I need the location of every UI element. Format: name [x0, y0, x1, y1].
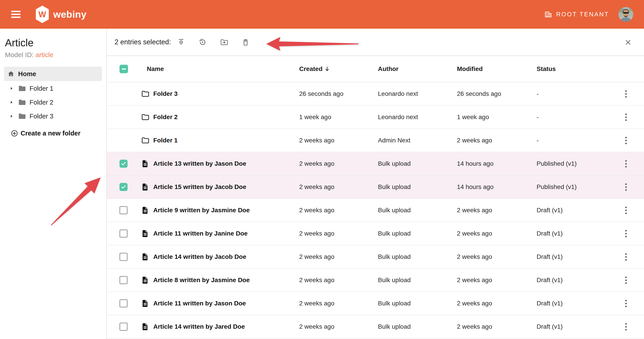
article-file-icon — [141, 206, 150, 214]
chevron-right-icon[interactable] — [9, 86, 14, 91]
entry-name: Article 9 written by Jasmine Doe — [153, 207, 250, 214]
status-cell: Draft (v1) — [536, 253, 608, 260]
row-checkbox[interactable] — [120, 276, 128, 284]
entry-name: Article 8 written by Jasmine Doe — [153, 276, 250, 284]
row-menu-button[interactable] — [624, 158, 628, 169]
table-row[interactable]: Article 8 written by Jasmine Doe 2 weeks… — [107, 269, 644, 292]
user-avatar[interactable] — [618, 7, 633, 22]
page-title: Article — [5, 37, 106, 49]
entry-name: Article 11 written by Janine Doe — [153, 230, 248, 237]
row-menu-button[interactable] — [624, 298, 628, 309]
status-cell: Draft (v1) — [536, 276, 608, 284]
table-row[interactable]: Article 11 written by Jason Doe 2 weeks … — [107, 292, 644, 315]
entry-name: Article 13 written by Jason Doe — [153, 160, 246, 167]
author-cell: Leonardo next — [378, 114, 457, 121]
table-row[interactable]: Article 11 written by Janine Doe 2 weeks… — [107, 222, 644, 245]
plus-circle-icon — [11, 130, 18, 137]
author-cell: Bulk upload — [378, 230, 457, 237]
chevron-right-icon[interactable] — [9, 100, 14, 105]
column-header-status[interactable]: Status — [536, 65, 608, 73]
publish-button[interactable] — [175, 36, 188, 48]
created-cell: 2 weeks ago — [299, 207, 378, 214]
model-id-label: Model ID: — [5, 51, 34, 59]
created-cell: 26 seconds ago — [299, 90, 378, 97]
table-row[interactable]: Folder 1 2 weeks ago Admin Next 2 weeks … — [107, 129, 644, 152]
tree-item-folder-2[interactable]: Folder 2 — [0, 95, 106, 109]
publish-icon — [177, 38, 185, 46]
table-row[interactable]: Folder 3 26 seconds ago Leonardo next 26… — [107, 82, 644, 106]
row-checkbox[interactable] — [120, 299, 128, 307]
row-menu-button[interactable] — [624, 135, 628, 146]
row-menu-button[interactable] — [624, 89, 628, 99]
create-folder-button[interactable]: Create a new folder — [0, 126, 106, 140]
table-row[interactable]: Folder 2 1 week ago Leonardo next 1 week… — [107, 106, 644, 129]
delete-button[interactable] — [240, 36, 252, 48]
table-row[interactable]: Article 9 written by Jasmine Doe 2 weeks… — [107, 199, 644, 222]
row-checkbox[interactable] — [120, 183, 128, 191]
row-menu-button[interactable] — [624, 228, 628, 239]
article-file-icon — [141, 253, 150, 261]
row-checkbox[interactable] — [120, 253, 128, 261]
close-selection-button[interactable] — [624, 38, 633, 47]
folder-row-icon — [141, 136, 150, 145]
tenant-selector[interactable]: ROOT TENANT — [544, 10, 609, 19]
status-cell: Draft (v1) — [536, 323, 608, 330]
unpublish-button[interactable] — [196, 36, 209, 48]
row-menu-button[interactable] — [624, 275, 628, 286]
tree-item-folder-3[interactable]: Folder 3 — [0, 109, 106, 123]
home-label: Home — [18, 70, 36, 78]
entry-name: Article 14 written by Jared Doe — [153, 323, 245, 330]
row-menu-button[interactable] — [624, 112, 628, 123]
sidebar-item-home[interactable]: Home — [4, 67, 102, 81]
column-header-created[interactable]: Created — [299, 65, 378, 73]
status-cell: Published (v1) — [536, 183, 608, 191]
row-checkbox[interactable] — [120, 229, 128, 238]
row-checkbox[interactable] — [120, 160, 128, 168]
created-cell: 2 weeks ago — [299, 230, 378, 237]
modified-cell: 2 weeks ago — [457, 230, 536, 237]
created-cell: 2 weeks ago — [299, 183, 378, 191]
modified-cell: 2 weeks ago — [457, 300, 536, 307]
author-cell: Bulk upload — [378, 207, 457, 214]
modified-cell: 26 seconds ago — [457, 90, 536, 97]
created-cell: 1 week ago — [299, 114, 378, 121]
row-menu-button[interactable] — [624, 205, 628, 216]
author-cell: Leonardo next — [378, 90, 457, 97]
indeterminate-minus-icon — [122, 69, 126, 70]
folder-label: Folder 3 — [30, 113, 53, 120]
hamburger-menu-icon[interactable] — [11, 11, 20, 18]
create-folder-label: Create a new folder — [20, 130, 80, 137]
column-header-modified[interactable]: Modified — [457, 65, 536, 73]
row-menu-button[interactable] — [624, 321, 628, 332]
folder-icon — [18, 112, 26, 120]
column-header-name[interactable]: Name — [141, 65, 299, 73]
modified-cell: 2 weeks ago — [457, 323, 536, 330]
created-cell: 2 weeks ago — [299, 253, 378, 260]
table-row[interactable]: Article 15 written by Jacob Doe 2 weeks … — [107, 176, 644, 199]
move-to-folder-button[interactable] — [218, 36, 230, 48]
folder-label: Folder 1 — [30, 85, 53, 92]
table-header: Name Created Author Modified Status — [107, 56, 644, 82]
article-file-icon — [141, 229, 150, 238]
table-row[interactable]: Article 14 written by Jared Doe 2 weeks … — [107, 315, 644, 338]
webiny-logo[interactable]: W webiny — [35, 5, 86, 24]
tree-item-folder-1[interactable]: Folder 1 — [0, 82, 106, 95]
author-cell: Bulk upload — [378, 323, 457, 330]
row-menu-button[interactable] — [624, 182, 628, 193]
sort-descending-icon — [324, 66, 330, 72]
row-checkbox[interactable] — [120, 206, 128, 214]
checkmark-icon — [120, 161, 127, 167]
modified-cell: 1 week ago — [457, 114, 536, 121]
table-row[interactable]: Article 14 written by Jacob Doe 2 weeks … — [107, 245, 644, 269]
created-header-label: Created — [299, 65, 322, 73]
table-row[interactable]: Article 13 written by Jason Doe 2 weeks … — [107, 152, 644, 176]
chevron-right-icon[interactable] — [9, 114, 14, 119]
select-all-checkbox[interactable] — [120, 65, 128, 73]
row-menu-button[interactable] — [624, 251, 628, 262]
entry-name: Article 14 written by Jacob Doe — [153, 253, 246, 260]
author-cell: Admin Next — [378, 137, 457, 144]
row-checkbox[interactable] — [120, 323, 128, 331]
column-header-author[interactable]: Author — [378, 65, 457, 73]
folder-row-icon — [141, 90, 150, 98]
svg-text:W: W — [38, 10, 46, 19]
